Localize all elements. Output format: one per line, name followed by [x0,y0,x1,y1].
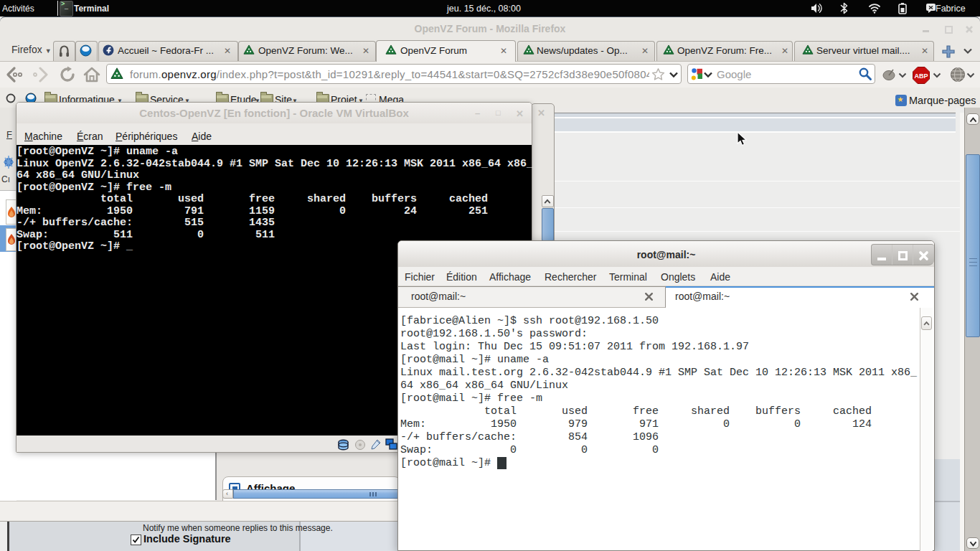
svg-text:ABP: ABP [914,72,928,80]
